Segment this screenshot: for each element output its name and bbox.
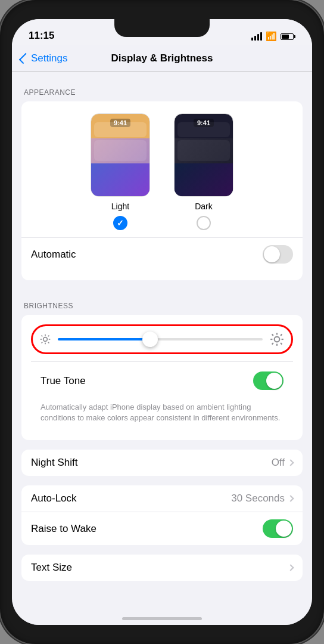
brightness-slider-row[interactable]	[31, 324, 293, 354]
auto-lock-right: 30 Seconds	[231, 493, 293, 504]
automatic-toggle[interactable]	[263, 245, 293, 264]
chevron-left-icon	[19, 52, 30, 63]
notch	[114, 19, 210, 37]
phone-screen: 11:15 📶 Set	[12, 19, 312, 625]
auto-lock-value: 30 Seconds	[231, 493, 285, 504]
automatic-label: Automatic	[31, 249, 76, 261]
brightness-card: True Tone Automatically adapt iPhone dis…	[21, 315, 303, 440]
nav-bar: Settings Display & Brightness	[12, 45, 312, 72]
light-mode-option[interactable]: 9:41 Light ✓	[91, 113, 150, 230]
svg-line-6	[48, 342, 49, 343]
toggle-thumb	[276, 521, 292, 537]
slider-thumb[interactable]	[142, 332, 158, 347]
sun-small-icon	[39, 333, 52, 346]
phone-frame: 11:15 📶 Set	[0, 0, 324, 644]
svg-line-16	[272, 343, 273, 344]
text-size-card: Text Size	[21, 555, 303, 581]
chevron-right-icon	[287, 496, 294, 502]
dark-mode-radio[interactable]	[197, 216, 211, 230]
night-shift-right: Off	[272, 457, 293, 469]
brightness-section-header: BRIGHTNESS	[12, 290, 312, 315]
true-tone-row: True Tone	[31, 364, 293, 397]
auto-lock-card: Auto-Lock 30 Seconds Raise to Wake	[21, 485, 303, 545]
auto-lock-label: Auto-Lock	[31, 493, 77, 504]
chevron-right-icon	[287, 460, 294, 466]
back-label: Settings	[31, 52, 67, 64]
dark-mode-option[interactable]: 9:41 Dark	[174, 113, 233, 230]
text-size-label: Text Size	[31, 562, 72, 574]
toggle-thumb	[266, 373, 282, 389]
light-mode-label: Light	[111, 202, 129, 211]
true-tone-label: True Tone	[40, 375, 86, 387]
text-size-row[interactable]: Text Size	[21, 555, 303, 581]
night-shift-row[interactable]: Night Shift Off	[21, 450, 303, 476]
true-tone-toggle[interactable]	[253, 371, 284, 390]
brightness-slider[interactable]	[58, 338, 263, 340]
true-tone-description: Automatically adapt iPhone display based…	[31, 397, 293, 431]
status-time: 11:15	[29, 30, 54, 42]
slider-fill	[58, 338, 150, 340]
content-area: APPEARANCE 9:41 Light	[12, 72, 312, 625]
dark-mode-label: Dark	[195, 202, 213, 211]
raise-to-wake-toggle[interactable]	[263, 519, 293, 538]
automatic-row: Automatic	[21, 238, 303, 271]
night-shift-label: Night Shift	[31, 457, 77, 469]
appearance-card: 9:41 Light ✓ 9	[21, 101, 303, 280]
signal-icon	[251, 32, 262, 41]
dark-mode-thumbnail: 9:41	[174, 113, 233, 197]
svg-point-9	[275, 337, 280, 342]
raise-to-wake-label: Raise to Wake	[31, 523, 96, 535]
wifi-icon: 📶	[266, 31, 277, 42]
text-size-right	[288, 565, 293, 570]
chevron-right-icon	[287, 565, 294, 571]
night-shift-value: Off	[272, 457, 285, 469]
back-button[interactable]: Settings	[21, 52, 67, 64]
svg-line-7	[42, 342, 43, 343]
page-title: Display & Brightness	[111, 52, 213, 64]
appearance-section-header: APPEARANCE	[12, 76, 312, 101]
status-icons: 📶	[251, 31, 295, 42]
svg-line-14	[272, 335, 273, 336]
svg-line-17	[281, 335, 282, 336]
checkmark-icon: ✓	[117, 218, 124, 228]
auto-lock-row[interactable]: Auto-Lock 30 Seconds	[21, 485, 303, 512]
svg-line-5	[42, 336, 43, 337]
raise-to-wake-row: Raise to Wake	[21, 512, 303, 545]
toggle-thumb	[264, 246, 280, 262]
svg-line-8	[48, 336, 49, 337]
night-shift-card: Night Shift Off	[21, 450, 303, 476]
appearance-options: 9:41 Light ✓ 9	[21, 113, 303, 230]
battery-icon	[281, 33, 295, 40]
svg-point-0	[43, 338, 48, 342]
light-mode-radio[interactable]: ✓	[113, 216, 127, 230]
light-mode-thumbnail: 9:41	[91, 113, 150, 197]
home-indicator	[122, 617, 202, 620]
sun-large-icon	[269, 331, 285, 348]
svg-line-15	[281, 343, 282, 344]
